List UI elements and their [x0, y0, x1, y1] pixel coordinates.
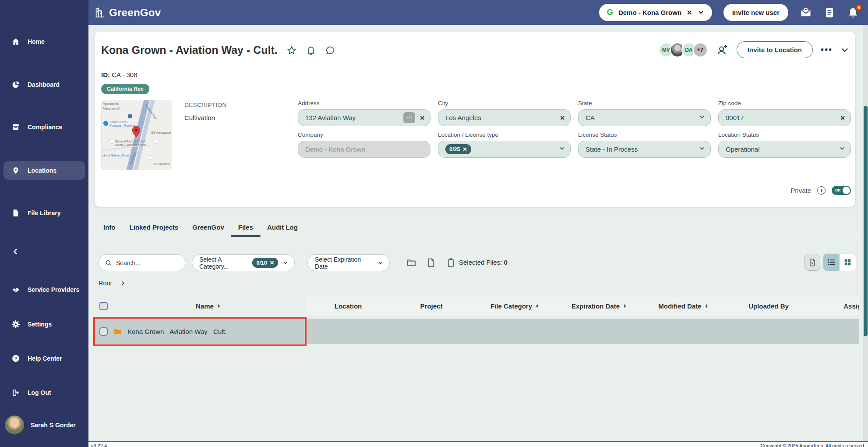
svg-text:?: ? — [14, 356, 18, 361]
license-type-chip[interactable]: 0/25✕ — [445, 144, 471, 154]
list-view-icon — [827, 258, 836, 266]
license-status-select[interactable]: State - In Process — [578, 141, 711, 158]
private-row: Private i on — [790, 186, 851, 195]
brand-buildings-icon — [94, 7, 106, 18]
gear-icon — [11, 320, 20, 329]
map-label: General Electric Credit Union (Evendale … — [115, 140, 149, 147]
city-input[interactable]: Los Angeles ✕ — [438, 109, 571, 126]
file-export-icon — [808, 258, 817, 267]
info-icon[interactable]: i — [817, 186, 826, 195]
clear-icon[interactable]: ✕ — [420, 114, 425, 121]
row-modified-date-cell: - — [642, 319, 725, 344]
table-row[interactable]: Kona Grown - Aviation Way - Cult. - - - … — [94, 319, 859, 344]
org-clear-icon[interactable]: ✕ — [687, 9, 692, 17]
column-header-expiration-date[interactable]: Expiration Date ▲▼ — [556, 297, 642, 315]
row-name-cell[interactable]: Kona Grown - Aviation Way - Cult. — [94, 319, 305, 344]
description-value: Cultivation — [184, 114, 215, 121]
sort-icon[interactable]: ▲▼ — [705, 304, 708, 308]
sidebar-item-home[interactable]: Home — [0, 32, 88, 51]
sidebar-item-settings[interactable]: Settings — [0, 315, 88, 333]
page-title: Kona Grown - Aviation Way - Cult. — [101, 44, 278, 57]
field-company: Company Demo - Kona Grown — [298, 131, 430, 158]
column-header-file-category[interactable]: File Category ▲▼ — [473, 297, 556, 315]
chip-clear-icon[interactable]: ✕ — [462, 146, 467, 153]
sort-icon[interactable]: ▲▼ — [536, 304, 539, 308]
scrollbar-thumb[interactable] — [864, 106, 868, 336]
sidebar-user[interactable]: Sarah S Gorder — [0, 411, 88, 439]
bell-outline-icon — [306, 45, 316, 56]
org-selector[interactable]: G Demo - Kona Grown ✕ — [599, 4, 712, 21]
location-map-thumbnail[interactable]: Apartments Mangham Dr Corken Steel Produ… — [101, 100, 172, 170]
greengov-org-icon: G — [607, 8, 613, 17]
grid-view-button[interactable] — [840, 254, 856, 271]
sidebar-item-label: Log Out — [28, 389, 51, 396]
sidebar-item-service-providers[interactable]: Service Providers — [0, 280, 88, 299]
column-header-modified-date[interactable]: Modified Date ▲▼ — [642, 297, 725, 315]
field-label: Company — [298, 131, 430, 138]
export-files-button[interactable] — [804, 254, 820, 271]
field-label: State — [578, 100, 711, 106]
subscribe-bell-button[interactable] — [306, 45, 316, 56]
map-label: Mangham Dr — [103, 107, 120, 110]
row-checkbox[interactable] — [99, 327, 108, 336]
field-label: Zip code — [718, 100, 851, 106]
invite-new-user-button[interactable]: Invite new user — [723, 4, 788, 21]
search-input[interactable] — [116, 259, 177, 266]
person-add-icon[interactable] — [716, 43, 729, 57]
paste-button[interactable] — [446, 258, 456, 268]
location-pin-icon — [11, 166, 20, 175]
new-file-button[interactable] — [426, 258, 436, 268]
favorite-star-button[interactable] — [286, 45, 297, 56]
chip-clear-icon[interactable]: ✕ — [270, 259, 274, 266]
brand: GreenGov — [94, 7, 161, 19]
map-poi — [103, 121, 108, 126]
documents-button[interactable] — [823, 7, 836, 19]
user-avatar — [4, 415, 25, 435]
sort-icon[interactable]: ▲▼ — [217, 304, 220, 308]
tab-info[interactable]: Info — [103, 222, 116, 236]
breadcrumb-root[interactable]: Root — [99, 280, 112, 287]
state-select[interactable]: CA — [578, 109, 711, 126]
address-input[interactable]: 132 Aviation Way ⋯ ✕ — [298, 109, 430, 126]
search-icon — [105, 259, 112, 266]
notifications-button[interactable]: 6 — [847, 7, 859, 19]
expiration-date-filter[interactable]: Select Expiration Date — [307, 254, 390, 271]
column-header-name[interactable]: Name ▲▼ — [155, 297, 261, 315]
sidebar-item-dashboard[interactable]: Dashboard — [0, 75, 88, 94]
sort-icon[interactable]: ▲▼ — [623, 304, 626, 308]
list-view-button[interactable] — [823, 254, 840, 271]
address-options-icon[interactable]: ⋯ — [403, 112, 415, 123]
private-toggle[interactable]: on — [832, 186, 851, 195]
location-status-select[interactable]: Operational — [718, 141, 851, 158]
tab-files[interactable]: Files — [238, 222, 253, 236]
category-count-chip[interactable]: 0/10✕ — [252, 258, 278, 268]
row-name[interactable]: Kona Grown - Aviation Way - Cult. — [127, 328, 227, 335]
collapse-card-icon[interactable] — [840, 46, 849, 54]
files-search[interactable] — [99, 254, 186, 271]
vertical-scrollbar[interactable] — [863, 25, 868, 441]
messages-button[interactable] — [800, 7, 812, 19]
new-folder-button[interactable] — [406, 258, 416, 268]
license-type-select[interactable]: 0/25✕ — [438, 141, 571, 158]
field-zip: Zip code 90017 ✕ — [718, 100, 851, 126]
tab-linked-projects[interactable]: Linked Projects — [130, 222, 179, 236]
invite-to-location-button[interactable]: Invite to Location — [737, 41, 813, 58]
sidebar-item-log-out[interactable]: Log Out — [0, 383, 88, 402]
avatar-more[interactable]: +7 — [693, 43, 708, 57]
more-actions-icon[interactable]: ••• — [821, 45, 833, 55]
tab-audit-log[interactable]: Audit Log — [267, 222, 298, 236]
zip-input[interactable]: 90017 ✕ — [718, 109, 851, 126]
sidebar-item-help-center[interactable]: ? Help Center — [0, 349, 88, 368]
sidebar-item-file-library[interactable]: File Library — [0, 204, 88, 222]
sidebar-item-locations[interactable]: Locations — [4, 161, 85, 180]
clear-icon[interactable]: ✕ — [560, 114, 565, 121]
select-all-checkbox[interactable] — [99, 302, 108, 310]
chevron-down-icon[interactable] — [698, 9, 704, 16]
clear-icon[interactable]: ✕ — [840, 114, 845, 121]
sidebar-collapse-button[interactable] — [0, 242, 88, 261]
tab-greengov[interactable]: GreenGov — [192, 222, 224, 236]
comments-button[interactable] — [325, 45, 335, 56]
category-filter[interactable]: Select A Category... 0/10✕ — [192, 254, 295, 271]
sidebar-item-compliance[interactable]: Compliance — [0, 118, 88, 136]
footer: v3.22.4 Copyright © 2025 AnamiTech. All … — [88, 441, 868, 447]
